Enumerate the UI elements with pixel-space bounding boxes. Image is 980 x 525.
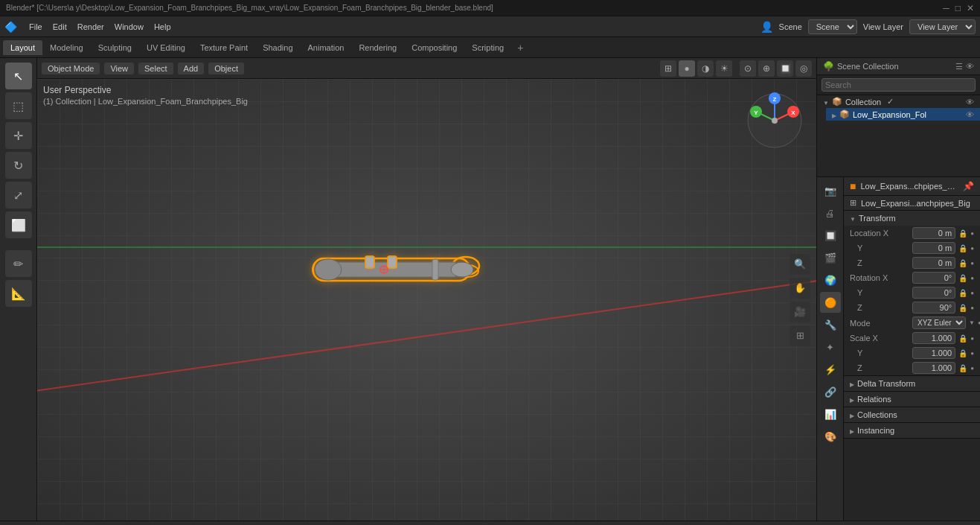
- instancing-header[interactable]: Instancing: [844, 423, 980, 438]
- add-workspace-btn[interactable]: +: [511, 39, 529, 57]
- menu-render[interactable]: Render: [73, 21, 109, 33]
- close-btn[interactable]: ✕: [967, 3, 974, 13]
- viewport-shading-rendered[interactable]: ☀: [716, 60, 732, 77]
- tool-select[interactable]: ↖: [5, 63, 32, 89]
- keyframe-z-icon[interactable]: ●: [970, 260, 974, 267]
- tool-scale[interactable]: ⤢: [5, 182, 32, 209]
- keyframe-sy-icon[interactable]: ●: [970, 350, 974, 357]
- collection-check-icon[interactable]: ✓: [887, 97, 894, 106]
- prop-icon-constraints[interactable]: 🔗: [820, 381, 841, 402]
- lock-rz-icon[interactable]: 🔒: [958, 304, 967, 312]
- prop-icon-render[interactable]: 📷: [820, 180, 841, 201]
- lock-z-icon[interactable]: 🔒: [958, 259, 967, 267]
- relations-header[interactable]: Relations: [844, 392, 980, 407]
- prop-icon-object[interactable]: 🟠: [820, 292, 841, 313]
- lock-sz-icon[interactable]: 🔒: [958, 364, 967, 372]
- transform-header[interactable]: Transform: [844, 211, 980, 226]
- prop-icon-material[interactable]: 🎨: [820, 426, 841, 447]
- camera-icon[interactable]: 🎥: [790, 302, 810, 322]
- outliner-view-icon[interactable]: 👁: [966, 62, 974, 71]
- tab-sculpting[interactable]: Sculpting: [91, 40, 139, 55]
- scale-x-value[interactable]: 1.000: [912, 332, 955, 344]
- view-layer-select[interactable]: View Layer: [909, 19, 976, 34]
- tool-annotate[interactable]: ✏: [5, 250, 32, 277]
- outliner-filter-icon[interactable]: ☰: [955, 62, 963, 71]
- prop-icon-scene[interactable]: 🎬: [820, 247, 841, 268]
- keyframe-ry-icon[interactable]: ●: [970, 290, 974, 296]
- prop-icon-world[interactable]: 🌍: [820, 270, 841, 290]
- location-x-value[interactable]: 0 m: [912, 227, 955, 239]
- lowexp-eye-icon[interactable]: 👁: [966, 110, 974, 119]
- tab-compositing[interactable]: Compositing: [404, 40, 464, 55]
- viewport-shading-solid[interactable]: ●: [679, 60, 695, 77]
- viewport-overlay-btn[interactable]: ⊙: [740, 60, 756, 77]
- prop-icon-data[interactable]: 📊: [820, 404, 841, 424]
- scale-y-value[interactable]: 1.000: [912, 347, 955, 359]
- location-y-value[interactable]: 0 m: [912, 242, 955, 254]
- tab-texture-paint[interactable]: Texture Paint: [193, 40, 255, 55]
- menu-file[interactable]: File: [25, 21, 47, 33]
- outliner-search[interactable]: [822, 78, 976, 92]
- location-z-value[interactable]: 0 m: [912, 257, 955, 269]
- tab-shading[interactable]: Shading: [255, 40, 300, 55]
- grid-icon[interactable]: ⊞: [790, 325, 810, 346]
- minimize-btn[interactable]: ─: [943, 3, 949, 13]
- lock-x-icon[interactable]: 🔒: [958, 229, 967, 238]
- lock-rx-icon[interactable]: 🔒: [958, 274, 967, 282]
- keyframe-x-icon[interactable]: ●: [970, 230, 974, 237]
- viewport-view-btn[interactable]: View: [104, 63, 134, 74]
- lock-ry-icon[interactable]: 🔒: [958, 289, 967, 297]
- lock-y-icon[interactable]: 🔒: [958, 244, 967, 252]
- delta-transform-header[interactable]: Delta Transform: [844, 376, 980, 391]
- scene-select[interactable]: Scene: [808, 19, 857, 34]
- menu-help[interactable]: Help: [150, 21, 176, 33]
- prop-icon-view-layer[interactable]: 🔲: [820, 225, 841, 246]
- viewport-select-btn[interactable]: Select: [138, 63, 173, 74]
- viewport-shading-material[interactable]: ◑: [697, 60, 714, 77]
- tab-modeling[interactable]: Modeling: [42, 40, 91, 55]
- maximize-btn[interactable]: □: [955, 3, 961, 13]
- scale-z-value[interactable]: 1.000: [912, 362, 955, 374]
- collection-eye-icon[interactable]: 👁: [966, 98, 974, 106]
- zoom-to-fit-icon[interactable]: 🔍: [790, 254, 810, 275]
- menu-edit[interactable]: Edit: [48, 21, 71, 33]
- tab-rendering[interactable]: Rendering: [351, 40, 404, 55]
- tab-layout[interactable]: Layout: [3, 40, 42, 55]
- prop-icon-physics[interactable]: ⚡: [820, 359, 841, 380]
- keyframe-y-icon[interactable]: ●: [970, 245, 974, 252]
- tool-measure[interactable]: 📐: [5, 280, 32, 307]
- tool-move[interactable]: ✛: [5, 122, 32, 149]
- hand-icon[interactable]: ✋: [790, 278, 810, 299]
- tab-animation[interactable]: Animation: [301, 40, 352, 55]
- collections-header[interactable]: Collections: [844, 407, 980, 422]
- outliner-item-lowexp[interactable]: 📦 Low_Expansion_Fol 👁: [826, 108, 980, 121]
- tool-transform[interactable]: ⬜: [5, 211, 32, 238]
- rotation-z-value[interactable]: 90°: [912, 302, 955, 314]
- lock-sx-icon[interactable]: 🔒: [958, 334, 967, 343]
- viewport-object-btn[interactable]: Object: [208, 63, 244, 74]
- outliner-item-collection[interactable]: 📦 Collection ✓ 👁: [817, 95, 980, 108]
- prop-icon-modifier[interactable]: 🔧: [820, 314, 841, 335]
- menu-window[interactable]: Window: [110, 21, 148, 33]
- lock-sy-icon[interactable]: 🔒: [958, 349, 967, 357]
- tab-uv-editing[interactable]: UV Editing: [139, 40, 193, 55]
- keyframe-sx-icon[interactable]: ●: [970, 335, 974, 342]
- prop-icon-output[interactable]: 🖨: [820, 203, 841, 223]
- viewport-snap-btn[interactable]: 🔲: [777, 60, 793, 77]
- viewport-shading-wire[interactable]: ⊞: [660, 60, 676, 77]
- rotation-x-value[interactable]: 0°: [912, 272, 955, 284]
- mode-expand-icon[interactable]: ▼: [969, 319, 975, 326]
- prop-icon-particles[interactable]: ✦: [820, 337, 841, 357]
- pin-icon[interactable]: 📌: [963, 181, 974, 191]
- viewport-add-btn[interactable]: Add: [178, 63, 205, 74]
- tab-scripting[interactable]: Scripting: [464, 40, 511, 55]
- 3d-object[interactable]: [269, 240, 507, 316]
- rotation-mode-select[interactable]: XYZ Euler: [912, 316, 966, 329]
- viewport-proportional-btn[interactable]: ◎: [795, 60, 812, 77]
- keyframe-sz-icon[interactable]: ●: [970, 365, 974, 372]
- viewport-gizmo-btn[interactable]: ⊕: [758, 60, 775, 77]
- rotation-y-value[interactable]: 0°: [912, 287, 955, 299]
- viewport-mode-btn[interactable]: Object Mode: [42, 63, 100, 74]
- nav-gizmo[interactable]: Z X Y: [745, 91, 804, 150]
- keyframe-rz-icon[interactable]: ●: [970, 305, 974, 311]
